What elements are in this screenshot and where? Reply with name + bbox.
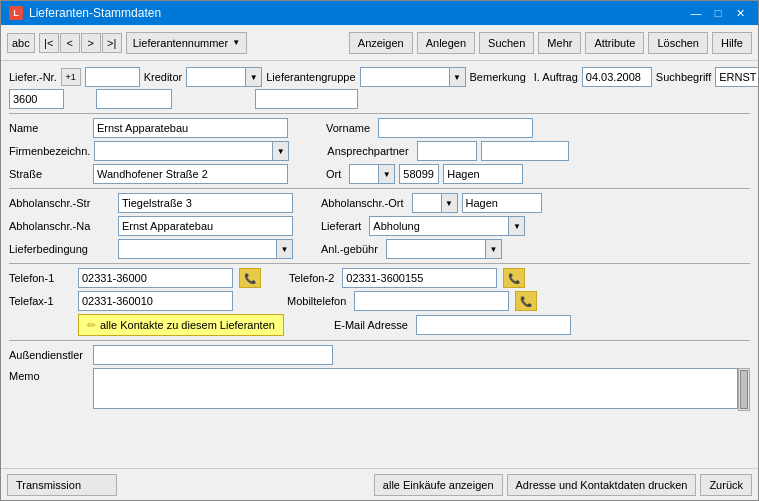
aussendienstler-input[interactable] [93,345,333,365]
row-strasse: Straße Ort ▼ [9,164,750,184]
telefon1-input[interactable] [78,268,233,288]
lieferbedingung-label: Lieferbedingung [9,243,114,255]
telefon1-icon[interactable]: 📞 [239,268,261,288]
telefon2-icon[interactable]: 📞 [503,268,525,288]
loeschen-button[interactable]: Löschen [648,32,708,54]
lieferantengruppe-dropdown-icon[interactable]: ▼ [450,67,466,87]
vorname-label: Vorname [326,122,370,134]
abholanschr-ort-code-input[interactable] [412,193,442,213]
adresse-button[interactable]: Adresse und Kontaktdaten drucken [507,474,697,496]
liefer-nr-value-input[interactable] [9,89,64,109]
telefax1-input[interactable] [78,291,233,311]
suchen-button[interactable]: Suchen [479,32,534,54]
separator-3 [9,263,750,264]
lieferantengruppe-value-input[interactable] [255,89,358,109]
ansprechpartner-input2[interactable] [481,141,569,161]
firmenbezeichn-label: Firmenbezeichn. [9,145,90,157]
minimize-button[interactable]: — [686,5,706,21]
abholanschr-ort-input[interactable] [462,193,542,213]
mobiltelefon-input[interactable] [354,291,509,311]
memo-scrollbar [738,368,750,411]
attribute-button[interactable]: Attribute [585,32,644,54]
telefon2-input[interactable] [342,268,497,288]
strasse-label: Straße [9,168,89,180]
toolbar: abc |< < > >| Lieferantennummer ▼ Anzeig… [1,25,758,61]
lieferantennummer-dropdown[interactable]: Lieferantennummer ▼ [126,32,247,54]
nav-abc-button[interactable]: abc [7,33,35,53]
anl-gebuehr-label: Anl.-gebühr [321,243,378,255]
lieferart-input[interactable] [369,216,509,236]
vorname-input[interactable] [378,118,533,138]
close-button[interactable]: ✕ [730,5,750,21]
liefer-nr-label: Liefer.-Nr. [9,71,57,83]
abholanschr-na-input[interactable] [118,216,293,236]
bemerkung-label: Bemerkung [470,71,526,83]
email-label: E-Mail Adresse [334,319,408,331]
separator-2 [9,188,750,189]
abholanschr-str-label: Abholanschr.-Str [9,197,114,209]
anzeigen-button[interactable]: Anzeigen [349,32,413,54]
ort-code-input[interactable] [349,164,379,184]
ort-name-input[interactable] [443,164,523,184]
anl-gebuehr-field-group: ▼ [386,239,502,259]
memo-textarea[interactable] [93,368,738,409]
ort-label: Ort [326,168,341,180]
nav-first-button[interactable]: |< [39,33,59,53]
anl-gebuehr-dropdown-icon[interactable]: ▼ [486,239,502,259]
kreditor-input[interactable] [186,67,246,87]
liefer-nr-input[interactable] [85,67,140,87]
firmenbezeichn-dropdown-icon[interactable]: ▼ [273,141,289,161]
lieferbedingung-dropdown-icon[interactable]: ▼ [277,239,293,259]
nav-next-button[interactable]: > [81,33,101,53]
row-telefax1: Telefax-1 Mobiltelefon 📞 [9,291,750,311]
row-lieferbedingung: Lieferbedingung ▼ Anl.-gebühr ▼ [9,239,750,259]
suchbegriff-input[interactable] [715,67,758,87]
separator-4 [9,340,750,341]
maximize-button[interactable]: □ [708,5,728,21]
mehr-button[interactable]: Mehr [538,32,581,54]
kreditor-dropdown-icon[interactable]: ▼ [246,67,262,87]
nav-last-button[interactable]: >| [102,33,122,53]
anlegen-button[interactable]: Anlegen [417,32,475,54]
memo-container [93,368,750,411]
kreditor-value-input[interactable] [96,89,172,109]
abholanschr-na-label: Abholanschr.-Na [9,220,114,232]
row-firma: Firmenbezeichn. ▼ Ansprechpartner [9,141,750,161]
plz-input[interactable] [399,164,439,184]
row-identifiers: Liefer.-Nr. +1 Kreditor ▼ Lieferantengru… [9,67,750,87]
plus1-button[interactable]: +1 [61,68,81,86]
email-input[interactable] [416,315,571,335]
nav-prev-button[interactable]: < [60,33,80,53]
mobiltelefon-icon[interactable]: 📞 [515,291,537,311]
abholanschr-str-input[interactable] [118,193,293,213]
ansprechpartner-label: Ansprechpartner [327,145,408,157]
kontakte-button[interactable]: ✏ alle Kontakte zu diesem Lieferanten [78,314,284,336]
abholanschr-ort-dropdown-icon[interactable]: ▼ [442,193,458,213]
mobiltelefon-label: Mobiltelefon [287,295,346,307]
ansprechpartner-input1[interactable] [417,141,477,161]
hilfe-button[interactable]: Hilfe [712,32,752,54]
row-values [9,89,750,109]
memo-label: Memo [9,368,89,382]
lieferantengruppe-input[interactable] [360,67,450,87]
zurueck-button[interactable]: Zurück [700,474,752,496]
name-label: Name [9,122,89,134]
app-icon: L [9,6,23,20]
ort-dropdown-icon[interactable]: ▼ [379,164,395,184]
main-content: Liefer.-Nr. +1 Kreditor ▼ Lieferantengru… [1,61,758,468]
transmission-button[interactable]: Transmission [7,474,117,496]
i-auftrag-input[interactable] [582,67,652,87]
name-input[interactable] [93,118,288,138]
title-bar: L Lieferanten-Stammdaten — □ ✕ [1,1,758,25]
lieferart-dropdown-icon[interactable]: ▼ [509,216,525,236]
lieferart-field-group: ▼ [369,216,525,236]
anl-gebuehr-input[interactable] [386,239,486,259]
abholanschr-ort-code-field: ▼ [412,193,458,213]
i-auftrag-label: I. Auftrag [534,71,578,83]
lieferbedingung-input[interactable] [118,239,277,259]
alle-einkaeufe-button[interactable]: alle Einkäufe anzeigen [374,474,503,496]
lieferantengruppe-field-group: ▼ [360,67,466,87]
title-controls: — □ ✕ [686,5,750,21]
firmenbezeichn-input[interactable] [94,141,273,161]
strasse-input[interactable] [93,164,288,184]
